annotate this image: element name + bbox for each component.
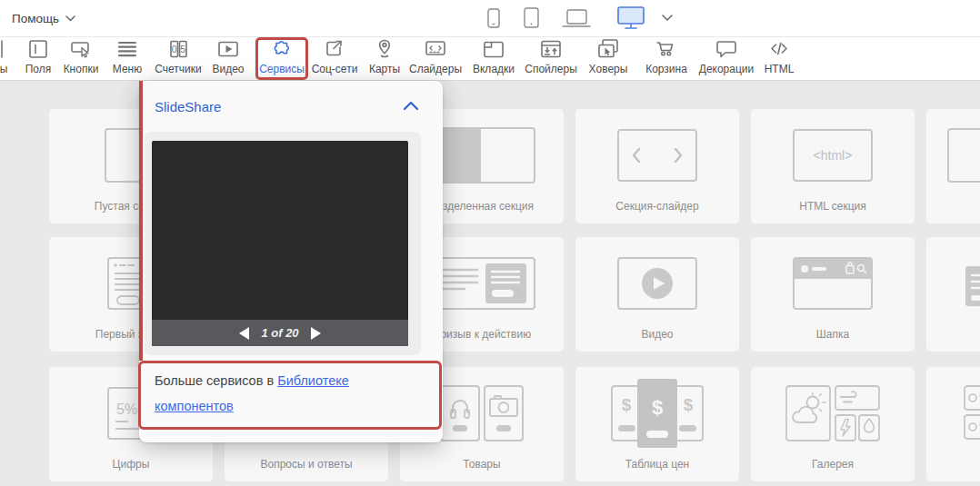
hamburger-icon (115, 37, 139, 61)
card-video-block[interactable]: Видео (575, 237, 739, 352)
card-label: Цифры (49, 458, 213, 471)
more-services-text: Больше сервисов в Библиотеке компонентов (155, 368, 369, 419)
svg-text:5: 5 (180, 44, 185, 55)
card-label: HTML секция (751, 200, 915, 213)
call-to-action-icon (428, 257, 535, 310)
code-icon (767, 37, 791, 61)
device-laptop-button[interactable] (560, 5, 593, 32)
section-icon-partial (947, 128, 980, 183)
card-label: Товары (400, 458, 564, 471)
svg-text:$: $ (622, 395, 632, 414)
desktop-icon (617, 6, 646, 30)
slider-section-icon (617, 129, 697, 182)
goods-block-icon (440, 385, 524, 441)
tablet-icon (524, 7, 540, 29)
phone-icon (487, 8, 500, 29)
help-menu[interactable]: Помощь (12, 0, 75, 36)
card-partial-2[interactable] (926, 237, 980, 352)
card-label: Вопросы и ответы (225, 458, 388, 471)
top-bar: Помощь (0, 0, 980, 37)
chevron-down-icon (662, 15, 673, 22)
card-partial-1[interactable] (926, 109, 980, 223)
card-label: Шапка (751, 328, 915, 341)
counter-icon: 0 5 (166, 37, 190, 61)
block-icon-partial (965, 266, 980, 306)
puzzle-icon (270, 37, 294, 61)
device-mode-dropdown[interactable] (657, 5, 677, 32)
spoiler-icon (539, 37, 563, 61)
slide-counter: 1 of 20 (261, 326, 298, 340)
svg-text:$: $ (684, 395, 694, 414)
tab-icon (482, 37, 505, 61)
cart-icon (655, 37, 678, 61)
more-services-prefix: Больше сервисов в (155, 373, 277, 388)
next-slide-icon[interactable] (311, 327, 321, 340)
slider-icon (424, 37, 447, 61)
popup-title: SlideShare (155, 99, 221, 114)
header-block-icon (793, 257, 873, 310)
video-block-icon (617, 257, 697, 310)
svg-text:5%: 5% (116, 402, 137, 417)
gallery-block-icon (785, 385, 880, 441)
builder-window: Пустая секция Разделенная секция Секция-… (0, 0, 980, 486)
chevron-down-icon (65, 15, 75, 22)
card-html-section[interactable]: <html> HTML секция (751, 109, 915, 223)
toolbar-item-html[interactable]: HTML (741, 37, 817, 80)
prev-slide-icon[interactable] (239, 327, 249, 340)
help-label: Помощь (12, 12, 59, 25)
card-pricing-block[interactable]: $ $ $ Таблица цен (575, 367, 739, 481)
device-phone-button[interactable] (483, 5, 505, 32)
components-toolbar: ы Поля Кнопки Меню 0 (0, 37, 980, 81)
speech-bubble-icon (715, 37, 738, 61)
video-play-icon (216, 37, 240, 61)
card-label: Таблица цен (575, 458, 739, 471)
svg-text:<html>: <html> (814, 148, 853, 163)
card-partial-3[interactable] (926, 367, 980, 481)
hover-cursor-icon (596, 37, 620, 61)
card-label: Видео (575, 328, 739, 341)
pricing-block-icon: $ $ $ (611, 378, 704, 449)
share-icon (323, 37, 346, 61)
device-desktop-button[interactable] (615, 5, 649, 32)
divided-section-icon (428, 127, 535, 183)
service-preview-image: 1 of 20 (152, 141, 408, 346)
html-section-icon: <html> (793, 129, 873, 182)
map-pin-icon (373, 37, 396, 61)
collapse-icon[interactable] (404, 102, 418, 110)
card-slider-section[interactable]: Секция-слайдер (575, 109, 739, 223)
svg-text:0: 0 (172, 44, 177, 55)
device-tablet-button[interactable] (520, 5, 544, 32)
services-popup: SlideShare 1 of 20 Больше сервисов в Биб… (139, 81, 443, 442)
list-icon-partial (964, 385, 980, 441)
svg-text:$: $ (652, 396, 663, 419)
card-label: Секция-слайдер (575, 200, 739, 213)
card-gallery-block[interactable]: Галерея (751, 367, 915, 481)
card-header-block[interactable]: Шапка (751, 237, 915, 352)
card-label: Галерея (751, 458, 915, 471)
laptop-icon (562, 9, 591, 28)
slide-pagination: 1 of 20 (152, 320, 408, 346)
